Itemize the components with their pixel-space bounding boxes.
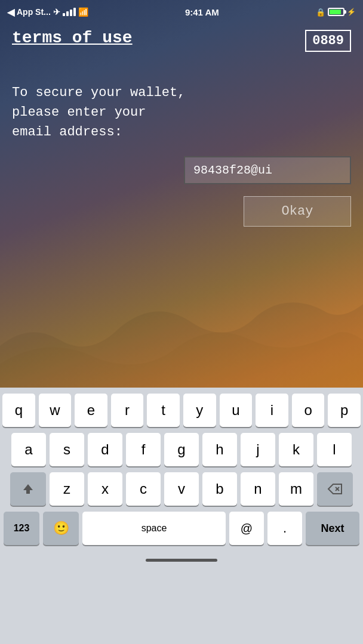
next-key[interactable]: Next bbox=[306, 512, 359, 545]
keyboard-row-2: a s d f g h j k l bbox=[2, 433, 361, 466]
at-key[interactable]: @ bbox=[229, 512, 264, 545]
key-d[interactable]: d bbox=[88, 433, 122, 466]
key-v[interactable]: v bbox=[164, 472, 199, 506]
keyboard: q w e r t y u i o p a s d f g h j k l bbox=[0, 388, 363, 644]
status-right: 🔒 ⚡ bbox=[316, 8, 356, 17]
key-r[interactable]: r bbox=[111, 394, 144, 427]
key-u[interactable]: u bbox=[220, 394, 253, 427]
status-left: ◀ App St... ✈ 📶 bbox=[7, 7, 88, 18]
key-l[interactable]: l bbox=[317, 433, 352, 466]
terms-of-use-link[interactable]: terms of use bbox=[12, 29, 351, 47]
email-input-wrapper bbox=[12, 156, 351, 184]
key-e[interactable]: e bbox=[75, 394, 107, 427]
airplane-icon: ✈ bbox=[53, 7, 60, 17]
signal-bars bbox=[63, 8, 76, 16]
key-b[interactable]: b bbox=[202, 472, 237, 506]
status-bar: ◀ App St... ✈ 📶 9:41 AM 🔒 ⚡ bbox=[0, 0, 363, 24]
lock-icon: 🔒 bbox=[316, 8, 325, 17]
key-n[interactable]: n bbox=[241, 472, 275, 506]
key-x[interactable]: x bbox=[88, 472, 122, 506]
okay-button[interactable]: Okay bbox=[244, 196, 351, 227]
content-area: terms of use 0889 To secure your wallet,… bbox=[0, 24, 363, 227]
charging-icon: ⚡ bbox=[347, 8, 356, 16]
key-y[interactable]: y bbox=[183, 394, 216, 427]
key-q[interactable]: q bbox=[2, 394, 35, 427]
key-w[interactable]: w bbox=[39, 394, 72, 427]
description-text: To secure your wallet, please enter your… bbox=[12, 83, 351, 142]
key-i[interactable]: i bbox=[256, 394, 288, 427]
keyboard-rows: q w e r t y u i o p a s d f g h j k l bbox=[0, 388, 363, 545]
key-f[interactable]: f bbox=[126, 433, 161, 466]
key-t[interactable]: t bbox=[147, 394, 180, 427]
status-time: 9:41 AM bbox=[185, 7, 219, 17]
step-badge: 0889 bbox=[305, 30, 351, 52]
backspace-key[interactable] bbox=[317, 472, 353, 506]
key-z[interactable]: z bbox=[50, 472, 84, 506]
key-a[interactable]: a bbox=[11, 433, 46, 466]
space-key[interactable]: space bbox=[82, 512, 226, 545]
description-line2: please enter your bbox=[12, 103, 351, 122]
wifi-icon: 📶 bbox=[78, 7, 88, 17]
period-key[interactable]: . bbox=[267, 512, 302, 545]
emoji-key[interactable]: 🙂 bbox=[43, 512, 79, 545]
description-line1: To secure your wallet, bbox=[12, 83, 351, 103]
battery-icon bbox=[328, 8, 344, 16]
key-k[interactable]: k bbox=[279, 433, 313, 466]
key-o[interactable]: o bbox=[292, 394, 325, 427]
email-input[interactable] bbox=[184, 156, 351, 184]
bottom-bar bbox=[0, 551, 363, 569]
okay-btn-wrapper: Okay bbox=[12, 196, 351, 227]
back-arrow-icon[interactable]: ◀ bbox=[7, 7, 14, 18]
key-s[interactable]: s bbox=[50, 433, 84, 466]
keyboard-row-1: q w e r t y u i o p bbox=[2, 394, 361, 427]
key-c[interactable]: c bbox=[126, 472, 161, 506]
keyboard-row-4: 123 🙂 space @ . Next bbox=[2, 512, 361, 545]
description-line3: email address: bbox=[12, 122, 351, 142]
home-indicator bbox=[146, 559, 217, 562]
keyboard-row-3: z x c v b n m bbox=[2, 472, 361, 506]
shift-key[interactable] bbox=[10, 472, 46, 506]
app-store-label: App St... bbox=[17, 7, 51, 17]
key-h[interactable]: h bbox=[202, 433, 237, 466]
key-m[interactable]: m bbox=[279, 472, 313, 506]
key-p[interactable]: p bbox=[328, 394, 361, 427]
numbers-key[interactable]: 123 bbox=[4, 512, 39, 545]
key-j[interactable]: j bbox=[241, 433, 275, 466]
key-g[interactable]: g bbox=[164, 433, 199, 466]
